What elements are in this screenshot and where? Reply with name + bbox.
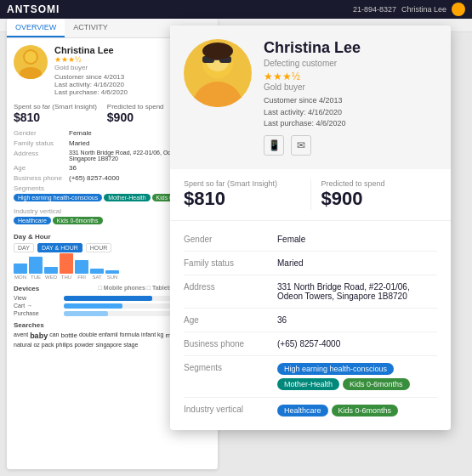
tab-activity[interactable]: ACTIVITY: [65, 19, 117, 37]
rp-industry-row: Industry vertical Healthcare Kids 0-6mon…: [184, 398, 437, 423]
segment-badge-0: High earning health-conscious: [14, 194, 102, 201]
day-bar-fri: [75, 260, 88, 274]
day-col-wed: WED: [44, 267, 58, 280]
search-tag-enfamil: enfamil: [99, 332, 118, 340]
profile-info: Christina Lee ★★★½ Gold buyer Customer s…: [54, 45, 128, 96]
main-wrapper: ANTSOMI 21-894-8327 Christina Lee Contac…: [0, 0, 472, 476]
rp-address-val: 331 North Bridge Road, #22-01/06, Odeon …: [277, 282, 437, 301]
device-metric-cart: Cart →: [14, 303, 60, 309]
search-tag-singapore: singapore: [95, 342, 122, 348]
day-bar-tue: [29, 257, 43, 274]
dh-tab-dayhour[interactable]: DAY & HOUR: [37, 243, 82, 252]
avatar[interactable]: [452, 3, 465, 16]
rp-industry-0: Healthcare: [277, 405, 328, 416]
contact-name: Christina Lee: [54, 45, 128, 55]
rp-phone-label: Business phone: [184, 339, 277, 348]
profile-meta: Customer since 4/2013 Last activity: 4/1…: [54, 73, 128, 96]
brand-logo: ANTSOMI: [7, 3, 60, 15]
day-col-sun: SUN: [105, 270, 119, 280]
rp-details: Gender Female Family status Maried Addre…: [170, 221, 451, 430]
search-tag-double: double: [79, 332, 97, 340]
rp-phone-row: Business phone (+65) 8257-4000: [184, 332, 437, 356]
svg-point-1: [20, 67, 42, 79]
search-tag-oz: oz: [33, 342, 39, 348]
address-label: Address: [14, 150, 69, 162]
rp-segments-badges: High earning health-conscious Mother-Hea…: [277, 363, 437, 390]
day-bar-wed: [44, 267, 58, 274]
customer-since: Customer since 4/2013: [54, 73, 128, 81]
day-col-thu: THU: [60, 253, 73, 280]
rp-name: Christina Lee: [264, 39, 361, 57]
rp-predicted-amount: $900: [321, 188, 438, 210]
search-tag-philips: philips: [56, 342, 73, 348]
rp-last-purchase: Last purchase: 4/6/2020: [264, 118, 361, 130]
segment-badge-1: Mother-Health: [104, 194, 150, 201]
predicted-amount: $900: [107, 110, 164, 124]
day-bar-sun: [105, 270, 119, 274]
rp-photo-svg: [184, 39, 252, 107]
rp-spent-label: Spent so far (Smart Insight): [184, 179, 300, 188]
rp-segment-0: High earning health-conscious: [277, 363, 394, 375]
rp-age-label: Age: [184, 315, 277, 325]
industry-badge-1: Kids 0-6months: [53, 217, 103, 224]
rp-meta: Customer since 4/2013 Last activity: 4/1…: [264, 95, 361, 130]
rp-icons: 📱 ✉: [264, 135, 361, 156]
last-activity: Last activity: 4/16/2020: [54, 81, 128, 88]
rp-gold: Gold buyer: [264, 82, 361, 92]
spent-label: Spent so far (Smart Insight): [14, 103, 97, 110]
day-bar-mon: [14, 264, 27, 274]
spent-amount: $810: [14, 110, 97, 124]
user-name: Christina Lee: [401, 5, 446, 14]
rp-segment-1: Mother-Health: [277, 378, 339, 390]
day-label-thu: THU: [61, 275, 71, 280]
device-bar-fill-view: [64, 296, 152, 301]
phone-icon-btn[interactable]: 📱: [264, 135, 284, 156]
device-metric-view: View: [14, 295, 60, 301]
day-label-tue: TUE: [31, 275, 41, 280]
dh-tab-day[interactable]: DAY: [14, 243, 34, 252]
day-label-fri: FRI: [77, 275, 86, 280]
day-col-fri: FRI: [75, 260, 88, 280]
email-icon-btn[interactable]: ✉: [291, 135, 311, 156]
day-label-sun: SUN: [107, 275, 118, 280]
day-label-sat: SAT: [92, 275, 101, 280]
rp-hero: Christina Lee Defecting customer ★★★½ Go…: [170, 26, 451, 169]
nav-right: 21-894-8327 Christina Lee: [353, 3, 465, 16]
svg-point-9: [202, 42, 233, 60]
rp-divider: [310, 179, 311, 210]
search-tag-can: can: [49, 332, 59, 340]
rp-last-activity: Last activity: 4/16/2020: [264, 107, 361, 119]
rp-segments-label: Segments: [184, 363, 277, 372]
search-tag-infant: infant: [141, 332, 156, 340]
profile-avatar: [14, 45, 48, 79]
day-col-mon: MON: [14, 264, 27, 280]
rp-gender-row: Gender Female: [184, 228, 437, 252]
rp-industry-badges: Healthcare Kids 0-6months: [277, 405, 437, 416]
rp-gender-label: Gender: [184, 235, 277, 244]
search-tag-pack: pack: [42, 342, 54, 348]
rp-family-row: Family status Maried: [184, 252, 437, 275]
rp-family-val: Maried: [277, 258, 437, 268]
rp-predicted-block: Predicted to spend $900: [321, 179, 438, 210]
gender-val: Female: [69, 129, 92, 137]
svg-point-3: [192, 82, 243, 107]
family-val: Maried: [69, 139, 89, 147]
rp-industry-label: Industry vertical: [184, 405, 277, 414]
search-tag-powder: powder: [74, 342, 94, 348]
day-label-mon: MON: [14, 275, 26, 280]
spent-block: Spent so far (Smart Insight) $810: [14, 103, 97, 124]
last-purchase: Last purchase: 4/6/2020: [54, 88, 128, 96]
age-val: 36: [69, 164, 77, 172]
gender-label: Gender: [14, 129, 69, 137]
tab-overview[interactable]: OVERVIEW: [7, 19, 65, 37]
industry-badge-0: Healthcare: [14, 217, 51, 224]
rp-customer-since: Customer since 4/2013: [264, 95, 361, 107]
rp-age-val: 36: [277, 315, 437, 325]
rp-address-label: Address: [184, 282, 277, 292]
age-label: Age: [14, 164, 69, 172]
predicted-label: Predicted to spend: [107, 103, 164, 110]
dh-tab-hour[interactable]: HOUR: [86, 243, 112, 252]
rp-type: Defecting customer: [264, 59, 361, 68]
customer-type: Gold buyer: [54, 64, 128, 71]
phone-number: 21-894-8327: [353, 5, 396, 14]
